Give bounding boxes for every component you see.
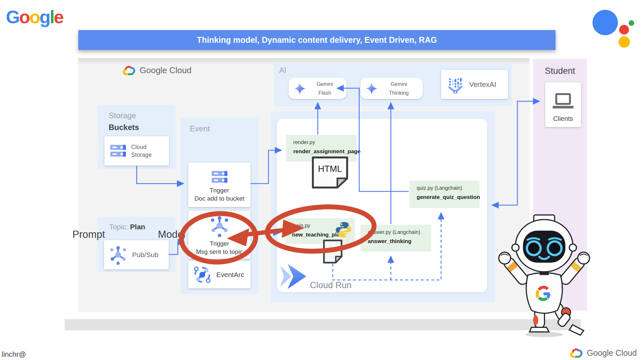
pubsub-node: Pub/Sub xyxy=(104,240,169,270)
blank-file-icon xyxy=(323,239,343,264)
prompt-label: Prompt xyxy=(72,229,105,240)
footer-brand: Google Cloud xyxy=(569,347,637,359)
footer-brand-text: Google Cloud xyxy=(587,348,637,358)
gemini-flash-line2: Flash xyxy=(306,89,344,97)
python-icon xyxy=(335,221,352,238)
google-logo: Google xyxy=(6,8,63,26)
google-cloud-brand: Google Cloud xyxy=(121,63,206,77)
storage-panel-sublabel: Buckets xyxy=(109,123,139,132)
gemini-thinking-line1: Gemini xyxy=(377,80,420,89)
google-logo-letter: e xyxy=(54,7,63,27)
pubsub-label: Pub/Sub xyxy=(132,251,159,259)
ai-panel-label: AI xyxy=(279,66,286,75)
trigger-msg-line1: Trigger xyxy=(188,239,251,248)
html-file-icon: HTML xyxy=(312,156,348,189)
cloud-storage-line1: Cloud xyxy=(131,143,152,151)
author-handle: linchr@ xyxy=(2,350,26,359)
pubsub-trigger-icon xyxy=(209,215,230,238)
model-label: Model xyxy=(158,229,185,240)
clients-label: Clients xyxy=(545,115,581,123)
eventarc-icon xyxy=(193,265,212,284)
assistant-red-circle xyxy=(619,25,629,35)
gemini-flash-node: Gemini Flash xyxy=(289,78,346,99)
google-logo-letter: o xyxy=(19,7,29,27)
html-file-label: HTML xyxy=(312,164,348,174)
cloud-run-icon xyxy=(279,263,307,289)
google-cloud-logo-icon xyxy=(121,64,136,76)
trigger-doc-line2: Doc add to bucket xyxy=(188,194,251,203)
topic-panel-label: Topic: Plan xyxy=(109,223,145,231)
render-function-name: render_assignment_page xyxy=(293,148,357,155)
google-cloud-brand-text: Google Cloud xyxy=(140,65,192,75)
google-logo-letter: l xyxy=(50,7,54,27)
storage-panel-label: Storage xyxy=(109,111,136,120)
cloud-storage-icon xyxy=(110,143,127,159)
answer-function-name: answer_thinking xyxy=(368,238,431,245)
quiz-function-node: quiz.py (Langchain) generate_quiz_questi… xyxy=(409,181,480,208)
vertexai-icon xyxy=(448,76,465,93)
quiz-file-name: quiz.py (Langchain) xyxy=(417,185,480,191)
student-panel-label: Student xyxy=(533,66,587,76)
trigger-doc-line1: Trigger xyxy=(188,186,251,194)
cloud-run-label: Cloud Run xyxy=(310,280,352,290)
event-panel-label: Event xyxy=(190,124,210,133)
vertexai-label: VertexAI xyxy=(469,80,496,89)
answer-file-name: answer.py (Langchain) xyxy=(368,229,431,235)
assistant-yellow-circle xyxy=(619,36,630,48)
topic-label-prefix: Topic: xyxy=(109,223,130,231)
quiz-function-name: generate_quiz_question xyxy=(417,194,480,201)
laptop-icon xyxy=(553,93,574,109)
assistant-logo xyxy=(590,8,643,49)
trigger-msg-node: Trigger Msg sent to topic xyxy=(188,211,251,259)
google-cloud-logo-icon xyxy=(569,347,584,359)
cloud-storage-node: Cloud Storage xyxy=(104,136,169,166)
trigger-msg-line2: Msg sent to topic xyxy=(188,248,251,256)
render-file-name: render.py xyxy=(293,139,357,145)
pubsub-icon xyxy=(108,244,128,265)
vertexai-node: VertexAI xyxy=(441,70,508,99)
gemini-flash-line1: Gemini xyxy=(306,80,344,89)
title-banner-text: Thinking model, Dynamic content delivery… xyxy=(197,35,437,45)
assistant-blue-circle xyxy=(592,10,618,35)
slide: Google Thinking model, Dynamic content d… xyxy=(0,0,644,360)
google-logo-letter: G xyxy=(6,7,19,27)
eventarc-node: EventArc xyxy=(188,261,251,288)
gemini-thinking-line2: Thinking xyxy=(377,89,420,97)
bucket-trigger-icon xyxy=(211,169,228,185)
assistant-green-circle xyxy=(629,20,634,26)
gemini-thinking-node: Gemini Thinking xyxy=(360,78,423,99)
clients-node: Clients xyxy=(545,82,581,127)
answer-function-node: answer.py (Langchain) answer_thinking xyxy=(360,225,431,252)
google-logo-letter: g xyxy=(39,7,50,27)
eventarc-label: EventArc xyxy=(216,271,244,279)
title-banner: Thinking model, Dynamic content delivery… xyxy=(78,30,556,50)
google-logo-letter: o xyxy=(29,7,39,27)
trigger-doc-node: Trigger Doc add to bucket xyxy=(188,163,251,207)
gemini-sparkle-icon xyxy=(366,83,377,94)
gemini-sparkle-icon xyxy=(294,83,306,94)
robot-mascot xyxy=(490,212,598,338)
topic-name: Plan xyxy=(130,223,145,231)
cloud-storage-line2: Storage xyxy=(131,151,152,159)
